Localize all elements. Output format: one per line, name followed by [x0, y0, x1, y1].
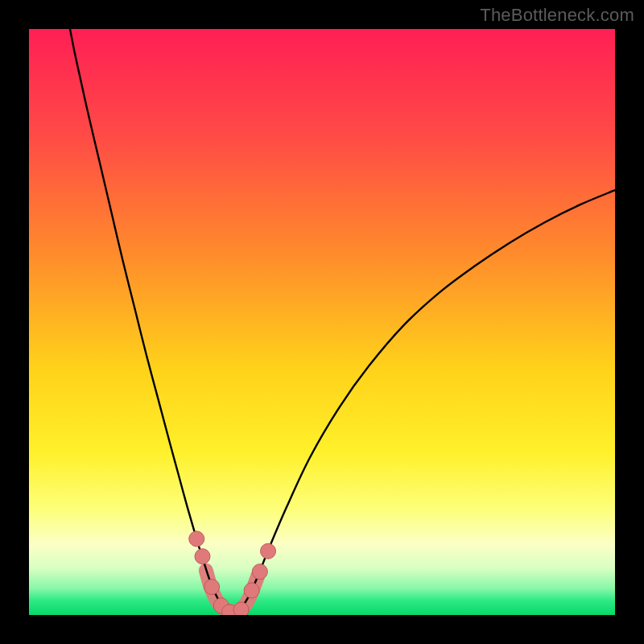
curve-dot — [252, 564, 267, 580]
watermark-text: TheBottleneck.com — [480, 5, 634, 26]
curve-layer — [29, 29, 615, 615]
curve-dot — [261, 543, 276, 559]
curve-dot — [189, 531, 204, 547]
plot-area — [29, 29, 615, 615]
bottleneck-curve — [70, 29, 615, 612]
curve-dot — [204, 580, 220, 595]
chart-frame: TheBottleneck.com — [0, 0, 644, 644]
curve-dot — [195, 549, 210, 564]
curve-dot — [244, 583, 259, 598]
curve-dot — [233, 602, 249, 615]
